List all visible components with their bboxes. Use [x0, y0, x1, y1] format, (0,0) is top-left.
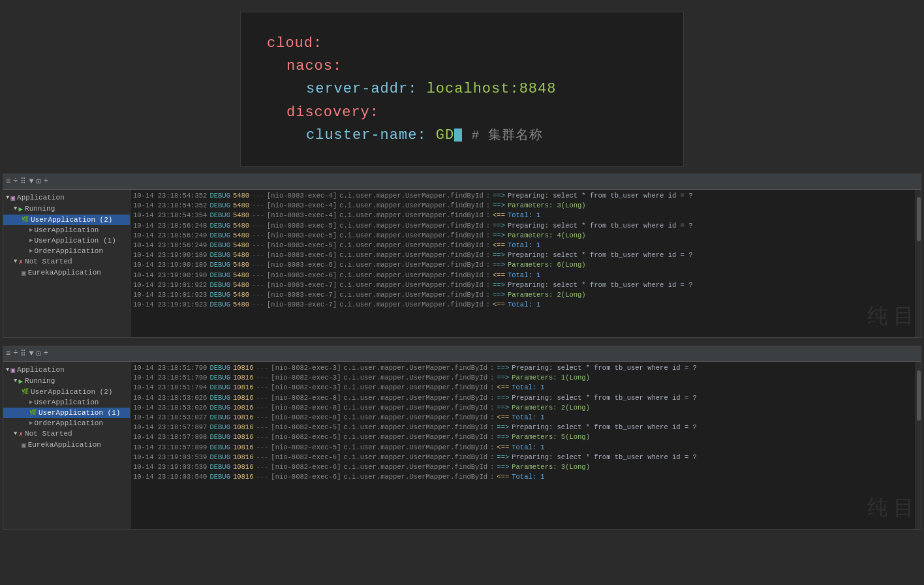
- log-port: 10816: [233, 403, 254, 413]
- log-arrow: :: [490, 403, 494, 413]
- toolbar-icon-grid[interactable]: ⠿: [20, 177, 26, 187]
- log-row: 10-14 23:18:57:897 DEBUG 10816 --- [nio-…: [133, 423, 913, 432]
- log-arrow: :: [486, 250, 490, 260]
- log-thread: [nio-8083-exec-4]: [267, 201, 337, 211]
- sidebar-item-application-1[interactable]: ▼ ▣ Application: [3, 192, 130, 203]
- scrollbar-thumb[interactable]: [917, 197, 921, 241]
- sidebar-item-userapplication1[interactable]: ▶ UserApplication (1): [3, 235, 130, 246]
- code-key-nacos: nacos:: [286, 58, 342, 74]
- sidebar-item-orderapplication[interactable]: ▶ OrderApplication: [3, 246, 130, 256]
- sidebar-item-application-2[interactable]: ▼ ▣ Application: [3, 365, 130, 376]
- log-thread: [nio-8082-exec-6]: [271, 462, 341, 472]
- panel-2-scrollbar[interactable]: [916, 362, 921, 529]
- log-panel-2: ≡ ÷ ⠿ ▼ ⊡ + ▼ ▣ Application ▼ ▶ Running: [3, 346, 921, 530]
- code-key-cloud: cloud:: [267, 35, 322, 52]
- toolbar-icon-list[interactable]: ≡: [6, 349, 10, 358]
- log-class: c.i.user.mapper.UserMapper.findById: [343, 432, 487, 442]
- toolbar-icon-filter[interactable]: ▼: [29, 177, 33, 186]
- log-level: DEBUG: [209, 472, 230, 482]
- log-thread: [nio-8083-exec-6]: [267, 260, 337, 270]
- log-class: c.i.user.mapper.UserMapper.findById: [343, 383, 487, 393]
- log-timestamp: 10-14 23:18:53:026: [133, 403, 207, 413]
- sidebar-label-eurekaapplication-p2: EurekaApplication: [28, 441, 101, 449]
- log-thread: [nio-8083-exec-6]: [267, 250, 337, 260]
- sidebar-item-running-2[interactable]: ▼ ▶ Running: [3, 376, 130, 387]
- log-detail: Preparing: select * from tb_user where i…: [508, 250, 693, 260]
- log-sep: ---: [252, 290, 264, 300]
- sidebar-label-userapplication2: UserApplication (2): [31, 216, 112, 224]
- log-msg: <==: [493, 241, 505, 250]
- sidebar-item-userapplication2[interactable]: 🌿 UserApplication (2): [3, 215, 130, 225]
- cursor-block: [454, 128, 462, 142]
- arrow-right-icon: ▶: [29, 247, 33, 254]
- sidebar-item-userapplication-p2[interactable]: ▶ UserApplication: [3, 397, 130, 408]
- sidebar-item-running-1[interactable]: ▼ ▶ Running: [3, 203, 130, 215]
- log-detail: Total: 1: [508, 211, 540, 220]
- toolbar-icon-window[interactable]: ⊡: [37, 349, 41, 359]
- log-port: 5480: [233, 191, 249, 201]
- panel-2-log-content[interactable]: 10-14 23:18:51:790 DEBUG 10816 --- [nio-…: [131, 362, 916, 529]
- panel-1-log-content[interactable]: 10-14 23:18:54:352 DEBUG 5480 --- [nio-8…: [131, 190, 916, 337]
- sidebar-item-userapplication1-p2[interactable]: 🌿 UserApplication (1): [3, 408, 130, 418]
- scrollbar-thumb[interactable]: [917, 370, 921, 421]
- log-arrow: :: [486, 241, 490, 250]
- log-arrow: :: [490, 413, 494, 423]
- log-timestamp: 10-14 23:19:03:540: [133, 472, 207, 482]
- log-port: 10816: [233, 453, 254, 462]
- panel-1-scrollbar[interactable]: [916, 190, 921, 337]
- log-class: c.i.user.mapper.UserMapper.findById: [339, 191, 484, 201]
- toolbar-icon-split[interactable]: ÷: [13, 349, 18, 358]
- toolbar-icon-grid[interactable]: ⠿: [20, 349, 26, 359]
- log-detail: Total: 1: [508, 271, 540, 280]
- log-arrow: :: [490, 462, 494, 472]
- log-msg: <==: [493, 271, 505, 280]
- log-sep: ---: [256, 373, 268, 383]
- panel-2-sidebar: ▼ ▣ Application ▼ ▶ Running 🌿 UserApplic…: [3, 362, 131, 529]
- code-comment-cluster: # 集群名称: [471, 128, 543, 143]
- log-arrow: :: [490, 432, 494, 442]
- sidebar-item-userapplication[interactable]: ▶ UserApplication: [3, 225, 130, 235]
- log-level: DEBUG: [209, 221, 230, 231]
- log-port: 5480: [233, 280, 249, 290]
- eureka-icon: ▣: [22, 269, 26, 277]
- log-detail: Parameters: 3(Long): [508, 201, 586, 211]
- toolbar-icon-split[interactable]: ÷: [13, 177, 18, 186]
- sidebar-label-userapplication: UserApplication: [34, 226, 99, 234]
- sidebar-item-eurekaapplication[interactable]: ▣ EurekaApplication: [3, 267, 130, 278]
- log-level: DEBUG: [209, 211, 230, 220]
- log-arrow: :: [486, 201, 490, 211]
- arrow-right-icon: ▶: [29, 419, 33, 427]
- log-port: 10816: [233, 443, 254, 453]
- log-level: DEBUG: [209, 423, 230, 432]
- log-row: 10-14 23:19:01:923 DEBUG 5480 --- [nio-8…: [133, 300, 913, 310]
- log-msg: <==: [497, 443, 509, 453]
- log-class: c.i.user.mapper.UserMapper.findById: [339, 211, 484, 220]
- log-detail: Parameters: 5(Long): [512, 432, 590, 442]
- log-msg: <==: [497, 383, 509, 393]
- toolbar-icon-window[interactable]: ⊡: [37, 177, 41, 187]
- log-timestamp: 10-14 23:18:56:249: [133, 231, 207, 241]
- log-row: 10-14 23:19:00:190 DEBUG 5480 --- [nio-8…: [133, 271, 913, 280]
- log-timestamp: 10-14 23:18:54:354: [133, 211, 207, 220]
- stop-icon: ✗: [18, 430, 23, 438]
- log-row: 10-14 23:19:03:539 DEBUG 10816 --- [nio-…: [133, 462, 913, 472]
- sidebar-item-notstarted-2[interactable]: ▼ ✗ Not Started: [3, 428, 130, 440]
- log-level: DEBUG: [209, 231, 230, 241]
- toolbar-icon-add[interactable]: +: [44, 177, 48, 186]
- sidebar-item-eurekaapplication-p2[interactable]: ▣ EurekaApplication: [3, 440, 130, 451]
- sidebar-item-notstarted-1[interactable]: ▼ ✗ Not Started: [3, 256, 130, 267]
- log-sep: ---: [256, 432, 268, 442]
- panel-1-body: ▼ ▣ Application ▼ ▶ Running 🌿 UserApplic…: [3, 190, 921, 337]
- log-panel-1: ≡ ÷ ⠿ ▼ ⊡ + ▼ ▣ Application ▼ ▶ Running: [3, 173, 921, 338]
- sidebar-item-orderapplication-p2[interactable]: ▶ OrderApplication: [3, 418, 130, 428]
- toolbar-icon-add[interactable]: +: [44, 349, 48, 358]
- log-class: c.i.user.mapper.UserMapper.findById: [343, 443, 487, 453]
- toolbar-icon-list[interactable]: ≡: [6, 177, 10, 186]
- log-port: 5480: [233, 260, 249, 270]
- sidebar-item-userapplication2-p2[interactable]: 🌿 UserApplication (2): [3, 387, 130, 397]
- arrow-down-icon: ▼: [14, 378, 17, 384]
- log-detail: Preparing: select * from tb_user where i…: [508, 221, 693, 231]
- log-port: 5480: [233, 241, 249, 250]
- toolbar-icon-filter[interactable]: ▼: [29, 349, 33, 358]
- log-port: 5480: [233, 211, 249, 220]
